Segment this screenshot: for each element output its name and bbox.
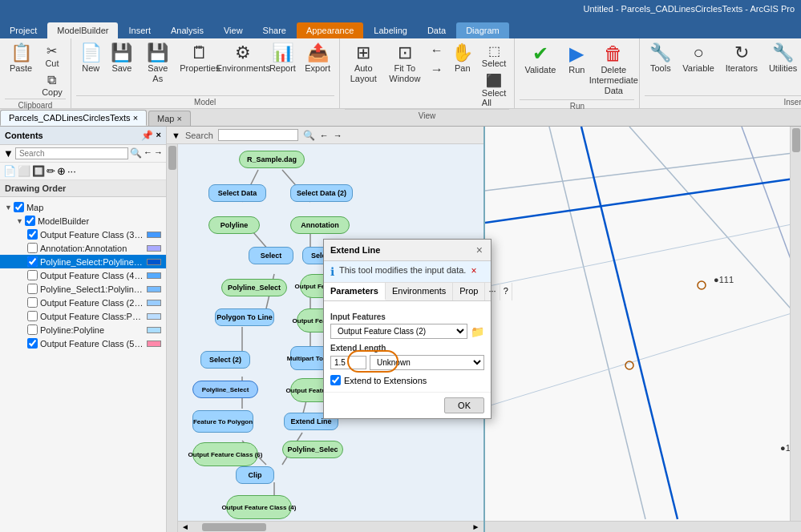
tab-view[interactable]: View xyxy=(214,22,253,38)
tree-checkbox-layer1[interactable] xyxy=(27,229,38,240)
node-r-sample[interactable]: R_Sample.dag xyxy=(239,151,305,168)
tree-item-ofc2[interactable]: Output Feature Class (2):Polyline_Sel xyxy=(0,296,166,309)
properties-button[interactable]: 🗒 Properties xyxy=(179,42,220,76)
input-features-folder-icon[interactable]: 📁 xyxy=(471,325,484,338)
tab-project[interactable]: Project xyxy=(0,22,47,38)
sidebar-filter-icon[interactable]: ▼ xyxy=(3,147,14,159)
tab-diagram[interactable]: Diagram xyxy=(456,22,509,38)
node-polyline[interactable]: Polyline xyxy=(208,216,260,234)
tree-checkbox-ofc2[interactable] xyxy=(27,297,38,308)
paste-button[interactable]: 📋 Paste xyxy=(5,42,37,76)
sidebar-close-icon[interactable]: × xyxy=(156,130,161,141)
run-button[interactable]: ▶ Run xyxy=(562,42,591,78)
node-polyline-select-mb[interactable]: Polyline_Select xyxy=(221,279,287,296)
auto-layout-button[interactable]: ⊞ Auto Layout xyxy=(345,42,382,87)
select-button[interactable]: ⬚ Select xyxy=(479,42,510,70)
sidebar-search-icon[interactable]: 🔍 xyxy=(130,147,142,159)
extend-to-extensions-checkbox[interactable] xyxy=(330,375,341,385)
node-ofc6[interactable]: Output Feature Class (6) xyxy=(192,442,258,466)
tab-modelbuilder[interactable]: ModelBuilder xyxy=(47,22,118,38)
node-clip[interactable]: Clip xyxy=(236,466,274,484)
ok-button[interactable]: OK xyxy=(444,397,484,413)
tab-data[interactable]: Data xyxy=(418,22,455,38)
tree-checkbox-ofc[interactable] xyxy=(27,311,38,321)
fit-to-window-button[interactable]: ⊡ Fit To Window xyxy=(384,42,426,87)
tab-analysis[interactable]: Analysis xyxy=(161,22,213,38)
canvas-filter-icon[interactable]: ▼ xyxy=(172,131,180,140)
tree-checkbox-annotation[interactable] xyxy=(27,243,38,253)
input-features-select[interactable]: Output Feature Class (2) xyxy=(330,324,467,339)
node-annotation[interactable]: Annotation xyxy=(290,216,350,234)
doc-tab-map[interactable]: Map × xyxy=(148,111,191,126)
canvas-search-input[interactable] xyxy=(218,129,298,141)
forward-button[interactable]: → xyxy=(427,61,447,79)
canvas-nav-back-icon[interactable]: ← xyxy=(320,131,329,140)
canvas-nav-fwd-icon[interactable]: → xyxy=(334,131,342,140)
tab-appearance[interactable]: Appearance xyxy=(297,22,363,38)
variable-button[interactable]: ○ Variable xyxy=(678,42,719,76)
tree-checkbox-polyline-select1[interactable] xyxy=(27,284,38,294)
report-button[interactable]: 📊 Report xyxy=(265,42,299,76)
node-ofc4-mb[interactable]: Output Feature Class (4) xyxy=(226,495,292,519)
tree-checkbox-ofc5[interactable] xyxy=(27,338,38,349)
tree-item-ofc4[interactable]: Output Feature Class (4):Polyline_Sel xyxy=(0,268,166,282)
tree-item-ofc5[interactable]: Output Feature Class (5):Polyline_Sel xyxy=(0,337,166,350)
tree-checkbox-modelbuilder[interactable] xyxy=(25,216,35,226)
tree-item-polyline[interactable]: Polyline:Polyline xyxy=(0,323,166,337)
validate-button[interactable]: ✔ Validate xyxy=(520,42,560,78)
back-button[interactable]: ← xyxy=(427,42,447,59)
node-polygon-to-line[interactable]: Polygon To Line xyxy=(215,308,274,326)
canvas-search-btn-icon[interactable]: 🔍 xyxy=(303,130,315,141)
save-button[interactable]: 💾 Save xyxy=(107,42,137,76)
tree-item-ofc[interactable]: Output Feature Class:Polyline_Select xyxy=(0,309,166,323)
saveas-button[interactable]: 💾 Save As xyxy=(138,42,177,87)
dialog-tab-environments[interactable]: Environments xyxy=(386,283,453,300)
select-all-button[interactable]: ⬛ Select All xyxy=(479,71,510,109)
delete-intermediate-button[interactable]: 🗑 Delete Intermediate Data xyxy=(593,42,634,99)
tree-checkbox-polyline[interactable] xyxy=(27,324,38,335)
sidebar-pin-icon[interactable]: 📌 xyxy=(141,130,153,141)
extend-length-unit-select[interactable]: Unknown xyxy=(370,355,484,370)
tree-checkbox-ofc4[interactable] xyxy=(27,270,38,280)
dialog-help-icon[interactable]: ? xyxy=(500,283,512,300)
tree-checkbox-map[interactable] xyxy=(14,202,24,212)
sidebar-tool2-icon[interactable]: ⬜ xyxy=(18,165,30,177)
tree-item-map[interactable]: ▼ Map xyxy=(0,200,166,214)
doc-tab-parcels[interactable]: Parcels_CADLinesCirclesTexts × xyxy=(0,110,147,126)
tree-checkbox-polyline-select[interactable] xyxy=(27,256,38,267)
node-polyline-selec[interactable]: Polyline_Selec xyxy=(282,441,343,458)
dialog-tab-more[interactable]: ··· xyxy=(485,283,500,300)
sidebar-tool1-icon[interactable]: 📄 xyxy=(3,165,16,177)
sidebar-search-input[interactable] xyxy=(15,147,128,159)
tree-item-layer1[interactable]: Output Feature Class (3):Annotation. xyxy=(0,228,166,241)
dialog-tab-prop[interactable]: Prop xyxy=(453,283,485,300)
sidebar-nav-fwd-icon[interactable]: → xyxy=(154,147,163,159)
extend-line-dialog[interactable]: Extend Line × ℹ This tool modifies the i… xyxy=(323,239,492,419)
node-select-data2[interactable]: Select Data (2) xyxy=(290,184,353,202)
tree-item-polyline-select1[interactable]: Polyline_Select1:Polyline_Select1 xyxy=(0,282,166,296)
info-close-icon[interactable]: × xyxy=(471,265,476,276)
export-button[interactable]: 📤 Export xyxy=(301,42,334,76)
node-select[interactable]: Select xyxy=(249,247,293,264)
sidebar-more-icon[interactable]: ··· xyxy=(67,165,76,177)
new-button[interactable]: 📄 New xyxy=(76,42,106,76)
extend-length-input[interactable] xyxy=(330,356,366,369)
copy-button[interactable]: ⧉ Copy xyxy=(38,71,66,99)
node-select2[interactable]: Select (2) xyxy=(200,351,250,369)
pan-button[interactable]: ✋ Pan xyxy=(448,42,477,76)
sidebar-tool4-icon[interactable]: ✏ xyxy=(47,165,55,177)
tree-item-annotation[interactable]: Annotation:Annotation xyxy=(0,241,166,255)
tree-item-modelbuilder[interactable]: ▼ ModelBuilder xyxy=(0,214,166,228)
sidebar-nav-back-icon[interactable]: ← xyxy=(144,147,152,159)
node-feature-to-polygon[interactable]: Feature To Polygon xyxy=(192,410,253,433)
sidebar-tool3-icon[interactable]: 🔲 xyxy=(32,165,45,177)
dialog-close-button[interactable]: × xyxy=(475,244,484,256)
tab-share[interactable]: Share xyxy=(253,22,296,38)
utilities-button[interactable]: 🔧 Utilities xyxy=(764,42,801,76)
sidebar-tool5-icon[interactable]: ⊕ xyxy=(57,165,66,177)
node-select-data[interactable]: Select Data xyxy=(208,184,266,202)
cut-button[interactable]: ✂ Cut xyxy=(38,42,66,70)
node-polyline-select-blue[interactable]: Polyline_Select xyxy=(192,381,258,398)
tab-insert[interactable]: Insert xyxy=(119,22,160,38)
tools-button[interactable]: 🔧 Tools xyxy=(645,42,676,76)
